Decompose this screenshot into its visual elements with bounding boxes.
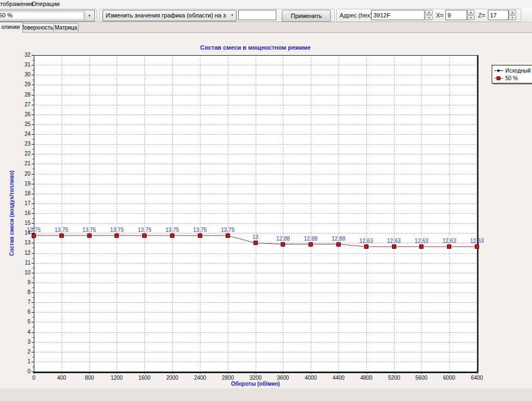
data-point-marker[interactable] [115,234,119,237]
svg-text:12,88: 12,88 [331,236,345,242]
svg-text:26: 26 [25,111,31,117]
data-point-marker[interactable] [171,234,174,237]
svg-text:27: 27 [25,101,31,107]
svg-text:28: 28 [25,92,31,98]
svg-text:2: 2 [27,349,31,355]
plot-svg: 0123456789101112131415161718192021222324… [0,33,532,389]
svg-text:12,63: 12,63 [415,238,428,244]
svg-text:12,63: 12,63 [387,238,401,244]
svg-text:13,75: 13,75 [27,227,40,233]
svg-text:13: 13 [252,234,259,240]
svg-text:13,75: 13,75 [55,227,68,233]
z-label: Z= [478,12,485,19]
map-select[interactable]: 50 % ▼ [0,10,95,21]
toolbar: 50 % ▼ Изменить значения графика (област… [0,8,532,22]
legend-entry-1: 50 % [494,74,532,82]
data-point-marker[interactable] [59,234,63,237]
legend-label: Исходный [505,68,531,74]
spin-up-icon[interactable]: ▲ [425,10,433,15]
svg-text:0: 0 [32,375,35,381]
svg-text:2400: 2400 [194,375,207,381]
svg-text:19: 19 [25,181,31,187]
svg-text:13,75: 13,75 [193,227,207,233]
tab-strip: олинии Поверхность Матрица [0,22,532,32]
svg-text:0: 0 [27,368,31,374]
x-axis-label: Обороты (об/мин) [34,381,477,387]
svg-text:2000: 2000 [166,375,179,381]
svg-text:13,75: 13,75 [110,227,124,233]
x-spinner: ▲ ▼ [467,10,475,20]
svg-text:5: 5 [27,319,31,325]
y-axis-label: Состав смеси (воздух/топливо) [8,131,15,295]
tab-isolines[interactable]: олинии [0,22,23,33]
data-point-marker[interactable] [253,241,257,245]
svg-text:8: 8 [27,289,31,295]
data-point-marker[interactable] [364,245,368,249]
svg-text:13,75: 13,75 [221,227,234,233]
tab-matrix[interactable]: Матрица [53,23,78,32]
square-marker-icon [494,76,504,81]
menu-item-operations[interactable]: Операции [32,1,59,7]
data-point-marker[interactable] [143,234,147,237]
x-label: X= [436,12,444,19]
svg-text:31: 31 [25,62,31,68]
tab-surface[interactable]: Поверхность [20,23,54,32]
menu-bar: тображение Операции [0,0,532,8]
svg-text:3: 3 [27,339,31,345]
svg-text:3200: 3200 [250,375,262,381]
arrow-line-icon [494,68,504,73]
svg-text:7: 7 [27,299,31,305]
spin-down-icon[interactable]: ▼ [467,15,475,20]
svg-text:22: 22 [25,151,31,157]
address-spinner: ▲ ▼ [425,10,433,20]
data-point-marker[interactable] [32,234,36,237]
data-point-marker[interactable] [87,234,91,237]
apply-button[interactable]: Применить [282,10,331,22]
svg-text:3600: 3600 [277,375,289,381]
svg-text:12: 12 [25,250,31,256]
svg-text:400: 400 [57,375,66,381]
data-point-marker[interactable] [336,242,340,246]
svg-text:12,88: 12,88 [304,236,318,242]
menu-item-display[interactable]: тображение [0,1,33,7]
data-point-marker[interactable] [475,245,479,249]
data-point-marker[interactable] [226,234,229,237]
spin-down-icon[interactable]: ▼ [425,15,433,20]
spin-up-icon[interactable]: ▲ [467,10,475,15]
svg-text:32: 32 [25,52,31,58]
value-input[interactable] [238,10,276,20]
action-select[interactable]: Изменить значения графика (области) на з… [102,10,237,21]
spin-down-icon[interactable]: ▼ [509,15,516,20]
svg-text:29: 29 [25,81,31,87]
data-point-marker[interactable] [309,242,313,246]
data-point-marker[interactable] [392,245,396,249]
data-point-marker[interactable] [281,242,285,246]
svg-text:23: 23 [25,141,31,147]
address-input[interactable] [371,10,425,20]
data-point-marker[interactable] [420,245,424,249]
svg-text:25: 25 [25,121,31,127]
svg-text:13: 13 [25,240,31,246]
svg-text:4: 4 [27,329,31,335]
x-input[interactable] [445,10,467,20]
legend-entry-0: Исходный [494,67,532,74]
svg-text:5600: 5600 [415,375,428,381]
svg-text:13,75: 13,75 [82,227,96,233]
data-point-marker[interactable] [448,245,451,249]
svg-text:800: 800 [85,375,94,381]
svg-text:30: 30 [25,71,31,77]
z-input[interactable] [488,10,509,20]
svg-text:24: 24 [25,131,31,137]
chart-legend: Исходный50 % [492,65,532,83]
data-point-marker[interactable] [198,234,202,237]
legend-label: 50 % [505,75,518,81]
svg-text:1200: 1200 [111,375,123,381]
spin-up-icon[interactable]: ▲ [509,10,516,15]
chevron-down-icon[interactable]: ▼ [84,11,94,20]
address-label: Адрес (hex) [340,12,372,19]
svg-text:4400: 4400 [332,375,345,381]
svg-text:5200: 5200 [388,375,401,381]
svg-text:4000: 4000 [305,375,317,381]
svg-text:15: 15 [25,220,31,226]
chart-title: Состав смеси в мощностном режиме [34,44,477,51]
